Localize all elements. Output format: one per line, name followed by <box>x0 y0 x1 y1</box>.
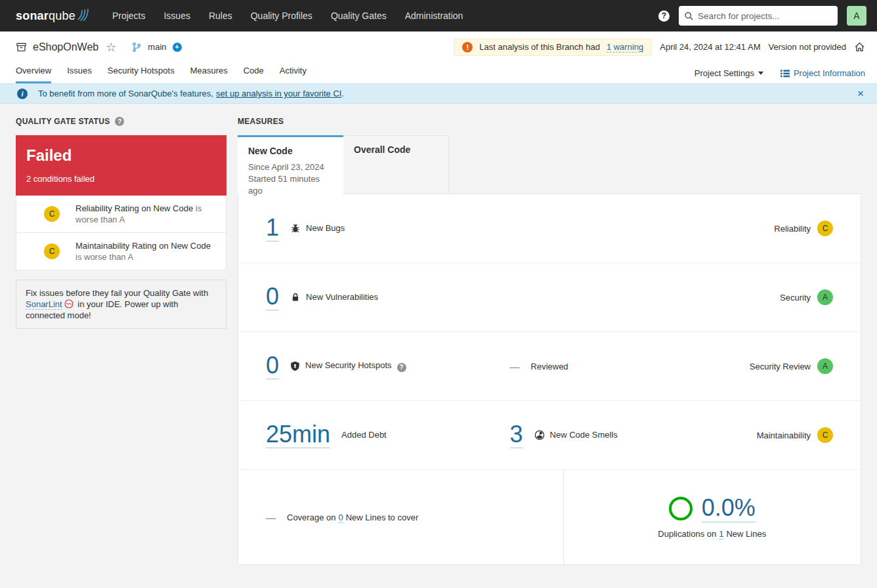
new-vulnerabilities-count[interactable]: 0 <box>266 284 279 311</box>
duplication-ring-icon <box>669 497 693 520</box>
sonar-waves-icon <box>77 8 90 21</box>
new-code-tab-sub: Since April 23, 2024 Started 51 minutes … <box>248 161 333 197</box>
quality-gate-status: Failed <box>26 146 216 165</box>
warning-icon: ! <box>462 42 473 52</box>
tab-code[interactable]: Code <box>244 66 264 83</box>
quality-gate-help-icon[interactable]: ? <box>115 117 124 126</box>
project-identity: eShopOnWeb ☆ main + <box>16 41 454 53</box>
tab-issues[interactable]: Issues <box>67 66 92 83</box>
nav-item-rules[interactable]: Rules <box>209 10 232 21</box>
bugs-group: 1 New Bugs <box>266 215 510 242</box>
rating-badge-c: C <box>44 243 60 259</box>
measures-title: MEASURES <box>238 117 861 126</box>
branch-name[interactable]: main <box>148 42 166 52</box>
sonarqube-logo[interactable]: sonarqube <box>16 9 90 23</box>
condition-row-maintainability[interactable]: C Maintainability Rating on New Code is … <box>16 233 226 270</box>
project-meta: ! Last analysis of this Branch had 1 war… <box>454 39 865 56</box>
sonarlint-promo: Fix issues before they fail your Quality… <box>16 280 226 329</box>
coverage-lines-link[interactable]: 0 <box>338 513 343 523</box>
warning-count-link[interactable]: 1 warning <box>607 42 643 52</box>
measure-row-vulnerabilities: 0 New Vulnerabilities Security A <box>238 263 861 332</box>
project-information-button[interactable]: Project Information <box>781 68 865 78</box>
sonarlint-icon <box>64 299 74 308</box>
security-review-label: Security Review <box>750 362 811 371</box>
new-bugs-label: New Bugs <box>306 223 345 233</box>
top-navbar: sonarqube Projects Issues Rules Quality … <box>0 0 877 32</box>
quality-gate-subtitle: 2 conditions failed <box>26 174 216 184</box>
new-code-started: Started 51 minutes ago <box>248 173 333 197</box>
tab-measures[interactable]: Measures <box>190 66 228 83</box>
home-icon[interactable] <box>854 41 865 52</box>
duplication-lines-link[interactable]: 1 <box>719 529 723 539</box>
project-settings-label: Project Settings <box>695 68 754 78</box>
security-group: Security A <box>780 289 833 305</box>
info-icon: i <box>17 89 28 99</box>
project-tabbar: Overview Issues Security Hotspots Measur… <box>0 62 877 83</box>
reliability-rating-badge: C <box>817 220 833 236</box>
ci-setup-banner: i To benefit from more of SonarQube's fe… <box>0 83 877 104</box>
measures-title-text: MEASURES <box>238 117 284 126</box>
security-review-rating-badge: A <box>817 358 833 374</box>
new-bugs-count[interactable]: 1 <box>266 215 279 242</box>
reviewed-dash: — <box>510 361 520 372</box>
list-icon <box>781 69 790 78</box>
tabs: Overview Issues Security Hotspots Measur… <box>16 66 695 83</box>
added-debt-value[interactable]: 25min <box>266 422 330 449</box>
promo-text-pre: Fix issues before they fail your Quality… <box>26 288 208 298</box>
close-icon[interactable]: × <box>855 87 866 100</box>
shield-icon <box>290 361 300 371</box>
tab-new-code[interactable]: New Code Since April 23, 2024 Started 51… <box>238 135 343 194</box>
hotspots-label-text: New Security Hotspots <box>305 360 392 370</box>
reviewed-label: Reviewed <box>531 362 568 371</box>
logo-text: sonarqube <box>16 9 75 23</box>
quality-gate-title: QUALITY GATE STATUS ? <box>16 117 226 126</box>
condition-text: Maintainability Rating on New Code is wo… <box>75 240 218 262</box>
user-avatar[interactable]: A <box>847 6 866 26</box>
add-branch-icon[interactable]: + <box>173 43 182 52</box>
project-settings-menu[interactable]: Project Settings <box>695 68 763 78</box>
favorite-star-icon[interactable]: ☆ <box>106 41 116 53</box>
lock-icon <box>290 292 301 303</box>
new-vulnerabilities-label: New Vulnerabilities <box>306 292 378 302</box>
overview-content: QUALITY GATE STATUS ? Failed 2 condition… <box>0 104 877 565</box>
nav-item-administration[interactable]: Administration <box>405 10 463 21</box>
hotspots-group: 0 New Security Hotspots? <box>266 353 510 380</box>
duplication-percent[interactable]: 0.0% <box>702 495 756 522</box>
measures-card: 1 New Bugs Reliability C <box>238 194 861 565</box>
code-smell-icon <box>534 430 545 440</box>
warning-text: Last analysis of this Branch had <box>479 42 600 52</box>
measure-row-maintainability: 25min Added Debt 3 New Code Smells <box>238 401 861 470</box>
help-icon[interactable]: ? <box>658 10 670 22</box>
new-hotspots-count[interactable]: 0 <box>266 353 279 380</box>
tab-overview[interactable]: Overview <box>16 66 51 83</box>
vulnerabilities-group: 0 New Vulnerabilities <box>266 284 510 311</box>
new-code-smells-count[interactable]: 3 <box>510 422 523 449</box>
maintainability-label: Maintainability <box>757 430 811 440</box>
banner-text: To benefit from more of SonarQube's feat… <box>38 89 213 98</box>
sonarlint-link[interactable]: SonarLint <box>26 299 62 310</box>
duplications-cell: 0.0% Duplications on1New Lines <box>564 470 861 564</box>
measure-row-hotspots: 0 New Security Hotspots? — Reviewed <box>238 332 861 401</box>
search-input[interactable] <box>698 11 832 21</box>
new-code-tab-label: New Code <box>248 146 333 156</box>
tab-activity[interactable]: Activity <box>280 66 307 83</box>
tab-security-hotspots[interactable]: Security Hotspots <box>108 66 175 83</box>
condition-row-reliability[interactable]: C Reliability Rating on New Code is wors… <box>16 196 226 233</box>
nav-item-quality-profiles[interactable]: Quality Profiles <box>251 10 312 21</box>
quality-gate-panel: QUALITY GATE STATUS ? Failed 2 condition… <box>16 117 226 329</box>
measures-panel: MEASURES New Code Since April 23, 2024 S… <box>238 117 861 565</box>
tabbar-right: Project Settings Project Information <box>695 68 865 83</box>
measure-footer: — Coverage on0New Lines to cover 0.0% Du… <box>238 470 861 564</box>
security-rating-badge: A <box>817 289 833 305</box>
nav-item-projects[interactable]: Projects <box>112 10 146 21</box>
security-label: Security <box>780 293 811 303</box>
tab-overall-code[interactable]: Overall Code <box>343 135 449 194</box>
nav-item-quality-gates[interactable]: Quality Gates <box>331 10 387 21</box>
rating-badge-c: C <box>44 206 60 222</box>
nav-item-issues[interactable]: Issues <box>163 10 190 21</box>
ci-setup-link[interactable]: set up analysis in your favorite CI <box>216 89 341 98</box>
branch-icon <box>131 42 142 52</box>
hotspots-help-icon[interactable]: ? <box>397 363 406 372</box>
coverage-dash: — <box>266 512 276 523</box>
coverage-cell: — Coverage on0New Lines to cover <box>238 470 564 564</box>
